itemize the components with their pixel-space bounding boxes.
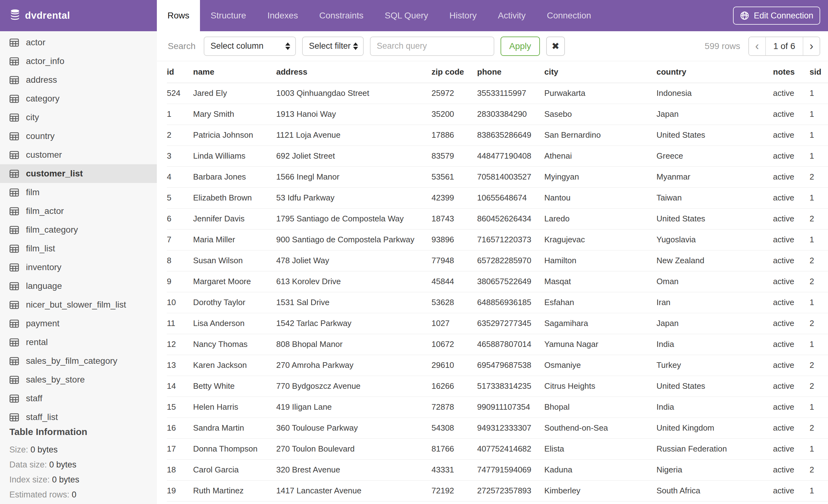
- sidebar-item-language[interactable]: language: [0, 277, 157, 295]
- column-header-notes[interactable]: notes: [773, 61, 810, 83]
- cell: 1: [810, 125, 828, 145]
- sidebar-item-inventory[interactable]: inventory: [0, 258, 157, 277]
- sidebar-item-staff[interactable]: staff: [0, 389, 157, 408]
- table-row[interactable]: 5Elizabeth Brown53 Idfu Parkway423991065…: [167, 187, 828, 208]
- table-row[interactable]: 3Linda Williams692 Joliet Street83579448…: [167, 145, 828, 167]
- column-header-phone[interactable]: phone: [477, 61, 544, 83]
- table-row[interactable]: 1Mary Smith1913 Hanoi Way352002830338429…: [167, 104, 828, 125]
- table-row[interactable]: 4Barbara Jones1566 Inegl Manor5356170581…: [167, 167, 828, 187]
- search-query-input[interactable]: [370, 37, 494, 56]
- cell: 2: [810, 250, 828, 271]
- column-select[interactable]: Select column: [204, 37, 296, 56]
- column-header-sid[interactable]: sid: [810, 61, 828, 83]
- cell: 43331: [431, 459, 477, 480]
- table-row[interactable]: 19Ruth Martinez1417 Lancaster Avenue7219…: [167, 480, 828, 501]
- table-icon: [9, 170, 19, 178]
- sidebar-item-actor[interactable]: actor: [0, 33, 157, 52]
- sidebar-item-address[interactable]: address: [0, 71, 157, 89]
- cell: 419 Iligan Lane: [276, 397, 431, 417]
- table-row[interactable]: 524Jared Ely1003 Qinhuangdao Street25972…: [167, 83, 828, 104]
- table-row[interactable]: 7Maria Miller900 Santiago de Compostela …: [167, 229, 828, 250]
- apply-button[interactable]: Apply: [501, 37, 540, 56]
- sidebar-item-payment[interactable]: payment: [0, 314, 157, 333]
- table-row[interactable]: 11Lisa Anderson1542 Tarlac Parkway102763…: [167, 313, 828, 334]
- table-row[interactable]: 15Helen Harris419 Iligan Lane72878990911…: [167, 397, 828, 417]
- sidebar-item-film[interactable]: film: [0, 183, 157, 202]
- cell: 478 Joliet Way: [276, 250, 431, 271]
- cell: active: [773, 271, 810, 292]
- cell: 407752414682: [477, 439, 544, 459]
- sidebar-item-film-category[interactable]: film_category: [0, 221, 157, 239]
- sidebar-item-label: payment: [26, 319, 59, 328]
- sidebar-item-customer-list[interactable]: customer_list: [0, 164, 157, 183]
- cell: Citrus Heights: [544, 376, 657, 397]
- sidebar-item-actor-info[interactable]: actor_info: [0, 52, 157, 71]
- tab-activity[interactable]: Activity: [487, 0, 536, 31]
- cell: 53628: [431, 292, 477, 313]
- cell: Sandra Martin: [193, 417, 276, 439]
- cell: 53561: [431, 167, 477, 187]
- table-row[interactable]: 8Susan Wilson478 Joliet Way7794865728228…: [167, 250, 828, 271]
- cell: United States: [657, 125, 773, 145]
- sidebar-item-sales-by-film-category[interactable]: sales_by_film_category: [0, 352, 157, 370]
- tab-rows[interactable]: Rows: [157, 0, 200, 31]
- table-row[interactable]: 2Patricia Johnson1121 Loja Avenue1788683…: [167, 125, 828, 145]
- table-row[interactable]: 9Margaret Moore613 Korolev Drive45844380…: [167, 271, 828, 292]
- column-header-zip-code[interactable]: zip code: [431, 61, 477, 83]
- table-row[interactable]: 12Nancy Thomas808 Bhopal Manor1067246588…: [167, 334, 828, 355]
- database-icon: [9, 9, 20, 22]
- sidebar-item-city[interactable]: city: [0, 108, 157, 127]
- cell: 320 Brest Avenue: [276, 459, 431, 480]
- table-row[interactable]: 18Carol Garcia320 Brest Avenue4333174779…: [167, 459, 828, 480]
- tab-connection[interactable]: Connection: [536, 0, 602, 31]
- column-header-address[interactable]: address: [276, 61, 431, 83]
- cell: Margaret Moore: [193, 271, 276, 292]
- cell: Jennifer Davis: [193, 208, 276, 229]
- tab-constraints[interactable]: Constraints: [309, 0, 374, 31]
- cell: 860452626434: [477, 208, 544, 229]
- table-list: actoractor_infoaddresscategorycitycountr…: [0, 31, 157, 426]
- column-header-city[interactable]: city: [544, 61, 657, 83]
- sidebar-item-staff-list[interactable]: staff_list: [0, 408, 157, 426]
- cell: 93896: [431, 229, 477, 250]
- sidebar-item-label: actor: [26, 38, 45, 47]
- sidebar-item-label: country: [26, 131, 55, 141]
- table-row[interactable]: 6Jennifer Davis1795 Santiago de Composte…: [167, 208, 828, 229]
- cell: Kimberley: [544, 480, 657, 501]
- cell: 5: [167, 187, 193, 208]
- sidebar-item-label: film_list: [26, 243, 55, 254]
- table-row[interactable]: 14Betty White770 Bydgoszcz Avenue1626651…: [167, 376, 828, 397]
- tab-history[interactable]: History: [439, 0, 487, 31]
- chevron-right-icon: ›: [810, 40, 813, 53]
- sidebar-item-customer[interactable]: customer: [0, 145, 157, 164]
- cell: 2: [810, 355, 828, 376]
- rows-body: 524Jared Ely1003 Qinhuangdao Street25972…: [167, 83, 828, 501]
- sidebar-item-film-actor[interactable]: film_actor: [0, 202, 157, 221]
- sidebar-item-sales-by-store[interactable]: sales_by_store: [0, 370, 157, 389]
- clear-search-button[interactable]: ✖: [546, 37, 565, 56]
- table-row[interactable]: 10Dorothy Taylor1531 Sal Drive5362864885…: [167, 292, 828, 313]
- tab-structure[interactable]: Structure: [200, 0, 257, 31]
- previous-page-button[interactable]: ‹: [749, 37, 766, 55]
- tab-sql-query[interactable]: SQL Query: [374, 0, 439, 31]
- cell: 72192: [431, 480, 477, 501]
- sidebar-item-category[interactable]: category: [0, 89, 157, 108]
- edit-connection-button[interactable]: Edit Connection: [733, 7, 820, 25]
- column-header-country[interactable]: country: [657, 61, 773, 83]
- next-page-button[interactable]: ›: [803, 37, 820, 55]
- column-header-name[interactable]: name: [193, 61, 276, 83]
- table-row[interactable]: 16Sandra Martin360 Toulouse Parkway54308…: [167, 417, 828, 439]
- column-header-id[interactable]: id: [167, 61, 193, 83]
- sidebar-item-rental[interactable]: rental: [0, 333, 157, 352]
- tab-indexes[interactable]: Indexes: [257, 0, 309, 31]
- table-icon: [9, 376, 19, 384]
- cell: Southend-on-Sea: [544, 417, 657, 439]
- sidebar-item-nicer-but-slower-film-list[interactable]: nicer_but_slower_film_list: [0, 295, 157, 314]
- table-row[interactable]: 13Karen Jackson270 Amroha Parkway2961069…: [167, 355, 828, 376]
- cell: 716571220373: [477, 229, 544, 250]
- filter-select[interactable]: Select filter: [302, 37, 364, 56]
- sidebar-item-country[interactable]: country: [0, 127, 157, 145]
- cell: active: [773, 334, 810, 355]
- table-row[interactable]: 17Donna Thompson270 Toulon Boulevard8176…: [167, 439, 828, 459]
- sidebar-item-film-list[interactable]: film_list: [0, 239, 157, 258]
